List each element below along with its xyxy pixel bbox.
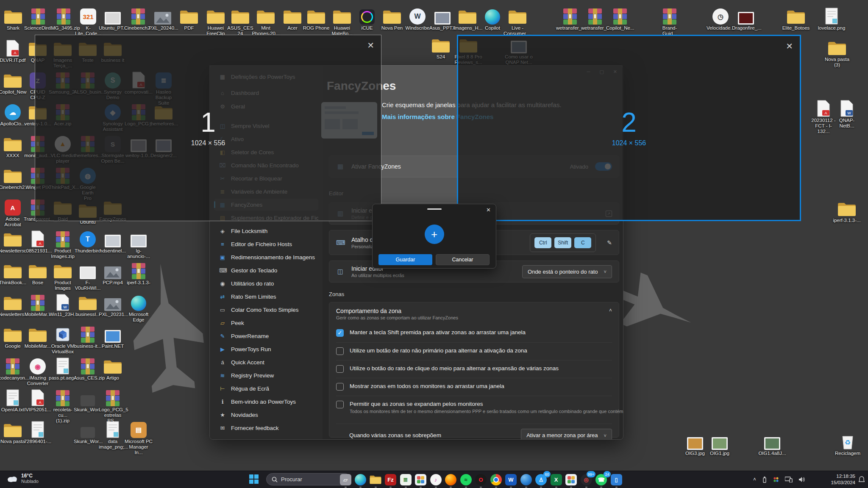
overlap-dropdown[interactable]: Ativar a menor zona por área˅	[521, 429, 612, 440]
desktop-icon[interactable]: F-V0uRHWI...	[74, 260, 102, 291]
desktop-icon[interactable]: data image_png;...	[99, 419, 127, 450]
phone-link-icon[interactable]	[785, 477, 793, 482]
taskbar-filezilla-icon[interactable]: Fz	[384, 473, 397, 486]
desktop-icon[interactable]: ☁ApolloClo...	[0, 101, 27, 127]
search-input[interactable]: Procurar	[266, 473, 351, 485]
sidebar-item-novidades[interactable]: ★Novidades	[214, 409, 318, 421]
desktop-icon[interactable]: OIG3.jpg	[681, 430, 709, 456]
taskbar-file-explorer-icon[interactable]	[369, 473, 382, 486]
cancel-button[interactable]: Cancelar	[436, 254, 490, 265]
clock[interactable]: 12:18:35 15/03/2024	[831, 473, 855, 486]
desktop-icon[interactable]: ▤Microsoft PC Manager In...	[125, 419, 153, 456]
desktop-icon[interactable]: Nova pasta (3)	[823, 36, 851, 68]
taskbar-blue-sphere-app-icon[interactable]	[520, 473, 532, 486]
desktop-icon[interactable]: business-it...	[74, 323, 102, 349]
desktop-icon[interactable]: Asus_PPTX	[428, 5, 456, 31]
desktop-icon[interactable]: OIG1.4a8J...	[758, 430, 786, 456]
taskbar-spotify-icon[interactable]: ≈	[459, 473, 472, 486]
desktop-icon[interactable]: Live - Consumer ...	[504, 5, 531, 36]
sidebar-item-peek[interactable]: ▱Peek	[214, 317, 318, 329]
desktop-icon[interactable]: wetransfer_...	[581, 5, 609, 31]
desktop-icon[interactable]: Copilot_Ne...	[606, 5, 634, 31]
sidebar-item-powerrename[interactable]: ✎PowerRename	[214, 330, 318, 342]
desktop-icon[interactable]: iperf-3.1.3-...	[833, 197, 861, 223]
start-button[interactable]	[249, 474, 259, 485]
desktop-icon[interactable]: MobileMar...	[24, 291, 52, 317]
desktop-icon[interactable]: Newsletters...	[0, 291, 27, 317]
desktop-icon[interactable]: 321K-Lite_Code...	[74, 5, 102, 36]
notification-bell-icon[interactable]	[859, 476, 865, 483]
taskbar-whatsapp-icon[interactable]: ☎24	[595, 473, 608, 486]
sidebar-item-bem-vindo-ao-powertoys[interactable]: ℹBem-vindo ao PowerToys	[214, 396, 318, 408]
desktop-icon[interactable]: pass.pt.aeg...	[49, 355, 77, 381]
fancyzones-zone-1[interactable]: ✕ 1 1024 × 556	[35, 35, 381, 221]
desktop-icon[interactable]: WWin11_23H...	[49, 291, 77, 317]
taskbar-edge-browser-icon[interactable]	[354, 473, 367, 486]
desktop-icon[interactable]: Paint.NET	[99, 323, 127, 349]
taskbar-chrome-icon[interactable]	[490, 473, 502, 486]
desktop-icon[interactable]: ScienceDire...	[24, 5, 52, 31]
taskbar-desktop-app-icon[interactable]: ▱	[339, 473, 352, 486]
taskbar-photos-app-icon[interactable]	[415, 473, 427, 486]
drag-handle[interactable]	[427, 208, 442, 210]
desktop-icon[interactable]: PCP.mp4	[99, 260, 127, 286]
desktop-icon[interactable]: Huawei MateBo...	[328, 5, 356, 36]
usb-icon[interactable]	[762, 476, 767, 483]
taskbar-notes-app-icon[interactable]: ≣	[399, 473, 412, 486]
desktop-icon[interactable]: AAdobe Acrobat	[0, 196, 27, 227]
desktop-icon[interactable]: Shark	[0, 5, 27, 31]
desktop-icon[interactable]: ♻Reciclagem	[834, 430, 862, 456]
desktop-icon[interactable]: iCUE	[353, 5, 381, 31]
desktop-icon[interactable]: PXL_20231...	[99, 291, 127, 317]
checkbox[interactable]	[336, 347, 344, 355]
desktop-icon[interactable]: Mint Phones-20...	[252, 5, 280, 36]
save-button[interactable]: Guardar	[378, 254, 432, 265]
sidebar-item-utilit-rios-do-rato[interactable]: ◉Utilitários do rato	[214, 277, 318, 289]
desktop-icon[interactable]: Google	[0, 323, 27, 349]
desktop-icon[interactable]: lg-anuncio-...	[125, 228, 153, 259]
taskbar-itunes-icon[interactable]: ♪	[429, 473, 442, 486]
desktop-icon[interactable]: Cinebench2...	[124, 5, 152, 31]
fancyzones-zone-2[interactable]: ✕ 2 1024 × 556	[457, 35, 801, 221]
desktop-icon[interactable]: Nova pasta	[0, 419, 27, 444]
desktop-icon[interactable]: PXL_20240...	[149, 5, 177, 31]
desktop-icon[interactable]: WQNAP-NetB...	[833, 97, 861, 129]
desktop-icon[interactable]: Nova Pen	[378, 5, 406, 31]
zone-close-icon[interactable]: ✕	[786, 41, 793, 51]
speaker-icon[interactable]	[798, 477, 805, 482]
desktop-icon[interactable]: Skunk_Wor...	[74, 387, 102, 413]
desktop-icon[interactable]: TThunderbird	[74, 228, 102, 254]
desktop-icon[interactable]: WWindscribe	[403, 5, 431, 31]
desktop-icon[interactable]: recoleta-cu... (1).zip	[49, 387, 77, 424]
shortcut-keys[interactable]: CtrlShiftC	[530, 233, 596, 252]
zone-close-icon[interactable]: ✕	[367, 40, 374, 50]
taskbar-notifications-app-icon[interactable]: ◎99+	[580, 473, 593, 486]
taskbar-excel-icon[interactable]: X	[550, 473, 562, 486]
close-icon[interactable]: ✕	[486, 207, 491, 213]
desktop-icon[interactable]: Cinebench2...	[0, 164, 27, 190]
desktop-icon[interactable]: Product Images	[49, 260, 77, 291]
desktop-icon[interactable]: Skunk_Wor...	[74, 419, 102, 444]
desktop-icon[interactable]: hdsentinel...	[99, 228, 127, 254]
checkbox[interactable]	[336, 401, 344, 408]
desktop-icon[interactable]: businessI...	[74, 291, 102, 317]
taskbar-phone-link-icon[interactable]: ▯	[610, 473, 623, 486]
desktop-icon[interactable]: MobileMar...	[24, 323, 52, 349]
desktop-icon[interactable]: 72896401-...	[24, 419, 52, 444]
desktop-icon[interactable]: Microsoft Edge	[125, 291, 153, 323]
desktop-icon[interactable]: Copilot	[479, 5, 506, 31]
desktop-icon[interactable]: Brand-Guid...	[656, 5, 684, 36]
taskbar-teams-icon[interactable]: ♙60	[535, 473, 548, 486]
desktop-icon[interactable]: ADLVR.IT.pdf	[0, 37, 27, 63]
desktop-icon[interactable]: ◷Velocidade...	[707, 5, 734, 31]
checkbox[interactable]	[336, 383, 344, 391]
taskbar-word-icon[interactable]: W	[505, 473, 517, 486]
sidebar-item-rato-sem-limites[interactable]: ⇄Rato Sem Limites	[214, 291, 318, 302]
desktop-icon[interactable]: Ubuntu_PT...	[99, 5, 127, 31]
desktop-icon[interactable]: codecanyon...	[0, 355, 27, 381]
desktop-icon[interactable]: S24	[427, 34, 455, 60]
desktop-icon[interactable]: Imagens_H...	[453, 5, 481, 31]
desktop-icon[interactable]: wetransfer_...	[556, 5, 584, 31]
checkbox[interactable]: ✓	[336, 329, 344, 337]
desktop-icon[interactable]: lovelace.png	[818, 5, 846, 31]
